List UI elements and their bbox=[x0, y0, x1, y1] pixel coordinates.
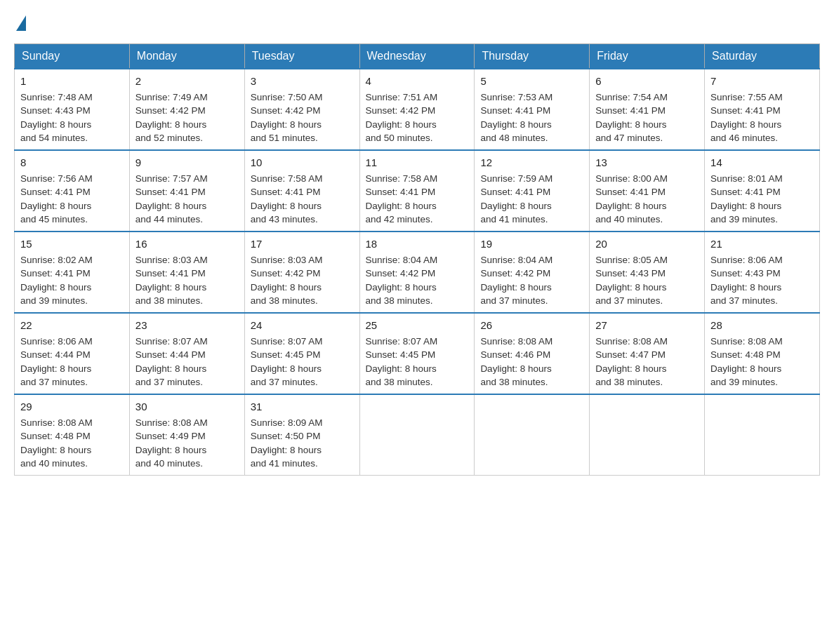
day-number: 25 bbox=[366, 318, 469, 333]
day-number: 17 bbox=[251, 236, 354, 252]
day-number: 15 bbox=[20, 236, 124, 252]
calendar-cell: 8Sunrise: 7:56 AMSunset: 4:41 PMDaylight… bbox=[15, 150, 130, 232]
calendar-cell: 14Sunrise: 8:01 AMSunset: 4:41 PMDayligh… bbox=[705, 150, 820, 232]
calendar-cell: 3Sunrise: 7:50 AMSunset: 4:42 PMDaylight… bbox=[244, 69, 359, 150]
day-info: Sunrise: 8:01 AMSunset: 4:41 PMDaylight:… bbox=[710, 173, 783, 225]
day-info: Sunrise: 7:51 AMSunset: 4:42 PMDaylight:… bbox=[366, 92, 438, 144]
calendar-cell: 5Sunrise: 7:53 AMSunset: 4:41 PMDaylight… bbox=[475, 69, 590, 150]
calendar-cell: 9Sunrise: 7:57 AMSunset: 4:41 PMDaylight… bbox=[129, 150, 244, 232]
calendar-cell: 24Sunrise: 8:07 AMSunset: 4:45 PMDayligh… bbox=[244, 313, 359, 394]
day-number: 22 bbox=[20, 318, 124, 333]
day-info: Sunrise: 8:07 AMSunset: 4:44 PMDaylight:… bbox=[135, 336, 208, 388]
calendar-cell bbox=[705, 394, 820, 476]
day-number: 29 bbox=[20, 399, 124, 415]
calendar-cell: 16Sunrise: 8:03 AMSunset: 4:41 PMDayligh… bbox=[129, 232, 244, 313]
calendar-cell: 25Sunrise: 8:07 AMSunset: 4:45 PMDayligh… bbox=[359, 313, 475, 394]
calendar-cell bbox=[359, 394, 475, 476]
column-header-saturday: Saturday bbox=[705, 44, 820, 69]
day-info: Sunrise: 8:08 AMSunset: 4:46 PMDaylight:… bbox=[480, 336, 552, 388]
day-info: Sunrise: 7:56 AMSunset: 4:41 PMDaylight:… bbox=[20, 173, 93, 225]
header-row: SundayMondayTuesdayWednesdayThursdayFrid… bbox=[15, 44, 820, 69]
page-header bbox=[14, 14, 820, 29]
day-number: 16 bbox=[135, 236, 239, 252]
day-info: Sunrise: 8:07 AMSunset: 4:45 PMDaylight:… bbox=[366, 336, 438, 388]
day-number: 8 bbox=[20, 155, 124, 170]
calendar-cell: 31Sunrise: 8:09 AMSunset: 4:50 PMDayligh… bbox=[244, 394, 359, 476]
day-number: 9 bbox=[135, 155, 239, 170]
calendar-table: SundayMondayTuesdayWednesdayThursdayFrid… bbox=[14, 43, 820, 476]
day-number: 28 bbox=[710, 318, 814, 333]
day-number: 30 bbox=[135, 399, 239, 415]
calendar-cell: 11Sunrise: 7:58 AMSunset: 4:41 PMDayligh… bbox=[359, 150, 475, 232]
column-header-sunday: Sunday bbox=[15, 44, 130, 69]
day-number: 13 bbox=[595, 155, 699, 170]
day-info: Sunrise: 7:50 AMSunset: 4:42 PMDaylight:… bbox=[251, 92, 323, 144]
calendar-cell: 20Sunrise: 8:05 AMSunset: 4:43 PMDayligh… bbox=[590, 232, 705, 313]
column-header-tuesday: Tuesday bbox=[244, 44, 359, 69]
day-info: Sunrise: 8:02 AMSunset: 4:41 PMDaylight:… bbox=[20, 255, 93, 307]
day-number: 20 bbox=[595, 236, 699, 252]
day-number: 4 bbox=[366, 74, 469, 89]
day-number: 26 bbox=[480, 318, 583, 333]
column-header-wednesday: Wednesday bbox=[359, 44, 475, 69]
day-number: 5 bbox=[480, 74, 583, 89]
calendar-cell: 22Sunrise: 8:06 AMSunset: 4:44 PMDayligh… bbox=[15, 313, 130, 394]
calendar-cell: 12Sunrise: 7:59 AMSunset: 4:41 PMDayligh… bbox=[475, 150, 590, 232]
week-row-1: 1Sunrise: 7:48 AMSunset: 4:43 PMDaylight… bbox=[15, 69, 820, 150]
calendar-cell: 10Sunrise: 7:58 AMSunset: 4:41 PMDayligh… bbox=[244, 150, 359, 232]
day-info: Sunrise: 7:55 AMSunset: 4:41 PMDaylight:… bbox=[710, 92, 783, 144]
calendar-cell: 17Sunrise: 8:03 AMSunset: 4:42 PMDayligh… bbox=[244, 232, 359, 313]
calendar-cell: 28Sunrise: 8:08 AMSunset: 4:48 PMDayligh… bbox=[705, 313, 820, 394]
calendar-cell: 2Sunrise: 7:49 AMSunset: 4:42 PMDaylight… bbox=[129, 69, 244, 150]
day-number: 10 bbox=[251, 155, 354, 170]
day-info: Sunrise: 8:04 AMSunset: 4:42 PMDaylight:… bbox=[366, 255, 438, 307]
day-info: Sunrise: 7:58 AMSunset: 4:41 PMDaylight:… bbox=[366, 173, 438, 225]
calendar-cell: 27Sunrise: 8:08 AMSunset: 4:47 PMDayligh… bbox=[590, 313, 705, 394]
day-info: Sunrise: 8:07 AMSunset: 4:45 PMDaylight:… bbox=[251, 336, 323, 388]
day-info: Sunrise: 8:06 AMSunset: 4:43 PMDaylight:… bbox=[710, 255, 783, 307]
day-number: 11 bbox=[366, 155, 469, 170]
day-info: Sunrise: 8:04 AMSunset: 4:42 PMDaylight:… bbox=[480, 255, 552, 307]
day-info: Sunrise: 7:59 AMSunset: 4:41 PMDaylight:… bbox=[480, 173, 552, 225]
day-number: 2 bbox=[135, 74, 239, 89]
week-row-5: 29Sunrise: 8:08 AMSunset: 4:48 PMDayligh… bbox=[15, 394, 820, 476]
day-info: Sunrise: 8:08 AMSunset: 4:48 PMDaylight:… bbox=[710, 336, 783, 388]
calendar-cell: 23Sunrise: 8:07 AMSunset: 4:44 PMDayligh… bbox=[129, 313, 244, 394]
day-info: Sunrise: 7:54 AMSunset: 4:41 PMDaylight:… bbox=[595, 92, 668, 144]
day-number: 24 bbox=[251, 318, 354, 333]
column-header-friday: Friday bbox=[590, 44, 705, 69]
day-info: Sunrise: 7:48 AMSunset: 4:43 PMDaylight:… bbox=[20, 92, 93, 144]
calendar-cell: 29Sunrise: 8:08 AMSunset: 4:48 PMDayligh… bbox=[15, 394, 130, 476]
week-row-3: 15Sunrise: 8:02 AMSunset: 4:41 PMDayligh… bbox=[15, 232, 820, 313]
day-info: Sunrise: 8:08 AMSunset: 4:48 PMDaylight:… bbox=[20, 417, 93, 469]
logo-triangle-icon bbox=[16, 15, 26, 31]
calendar-cell: 13Sunrise: 8:00 AMSunset: 4:41 PMDayligh… bbox=[590, 150, 705, 232]
calendar-cell: 21Sunrise: 8:06 AMSunset: 4:43 PMDayligh… bbox=[705, 232, 820, 313]
calendar-cell: 6Sunrise: 7:54 AMSunset: 4:41 PMDaylight… bbox=[590, 69, 705, 150]
day-number: 14 bbox=[710, 155, 814, 170]
day-info: Sunrise: 8:09 AMSunset: 4:50 PMDaylight:… bbox=[251, 417, 323, 469]
day-info: Sunrise: 8:06 AMSunset: 4:44 PMDaylight:… bbox=[20, 336, 93, 388]
day-number: 23 bbox=[135, 318, 239, 333]
calendar-cell: 1Sunrise: 7:48 AMSunset: 4:43 PMDaylight… bbox=[15, 69, 130, 150]
column-header-thursday: Thursday bbox=[475, 44, 590, 69]
calendar-cell: 7Sunrise: 7:55 AMSunset: 4:41 PMDaylight… bbox=[705, 69, 820, 150]
week-row-4: 22Sunrise: 8:06 AMSunset: 4:44 PMDayligh… bbox=[15, 313, 820, 394]
day-info: Sunrise: 8:03 AMSunset: 4:42 PMDaylight:… bbox=[251, 255, 323, 307]
calendar-cell: 15Sunrise: 8:02 AMSunset: 4:41 PMDayligh… bbox=[15, 232, 130, 313]
calendar-cell: 26Sunrise: 8:08 AMSunset: 4:46 PMDayligh… bbox=[475, 313, 590, 394]
logo bbox=[14, 14, 26, 29]
calendar-cell: 19Sunrise: 8:04 AMSunset: 4:42 PMDayligh… bbox=[475, 232, 590, 313]
day-info: Sunrise: 7:53 AMSunset: 4:41 PMDaylight:… bbox=[480, 92, 552, 144]
calendar-cell: 4Sunrise: 7:51 AMSunset: 4:42 PMDaylight… bbox=[359, 69, 475, 150]
day-number: 19 bbox=[480, 236, 583, 252]
day-number: 3 bbox=[251, 74, 354, 89]
day-info: Sunrise: 8:03 AMSunset: 4:41 PMDaylight:… bbox=[135, 255, 208, 307]
day-info: Sunrise: 8:08 AMSunset: 4:49 PMDaylight:… bbox=[135, 417, 208, 469]
day-number: 27 bbox=[595, 318, 699, 333]
week-row-2: 8Sunrise: 7:56 AMSunset: 4:41 PMDaylight… bbox=[15, 150, 820, 232]
day-info: Sunrise: 8:00 AMSunset: 4:41 PMDaylight:… bbox=[595, 173, 668, 225]
day-info: Sunrise: 8:08 AMSunset: 4:47 PMDaylight:… bbox=[595, 336, 668, 388]
day-number: 1 bbox=[20, 74, 124, 89]
day-info: Sunrise: 7:57 AMSunset: 4:41 PMDaylight:… bbox=[135, 173, 208, 225]
